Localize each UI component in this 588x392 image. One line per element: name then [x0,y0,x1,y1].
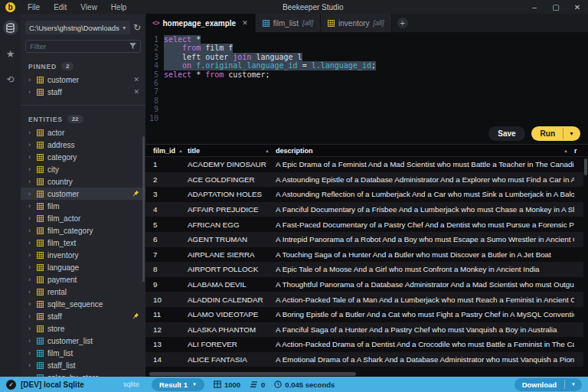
new-tab-button[interactable]: + [397,18,408,28]
sidebar-item-film_category[interactable]: ›film_category [21,224,145,237]
table-row[interactable]: 8AIRPORT POLLOCKA Epic Tale of a Moose A… [145,262,588,277]
vertical-scrollbar[interactable] [583,157,588,371]
sql-editor[interactable]: 1select *2 from film f3 left outer join … [145,32,588,122]
table-row[interactable]: 2ACE GOLDFINGERA Astounding Epistle of a… [145,172,588,188]
sidebar-item-film_list[interactable]: ›film_list [21,347,145,359]
unpin-icon[interactable]: ✕ [133,88,139,96]
chevron-right-icon[interactable]: › [28,325,33,332]
table-row[interactable]: 1ACADEMY DINOSAURA Epic Drama of a Femin… [145,157,588,172]
column-header-film-id[interactable]: film_id ▲ [145,147,188,155]
table-grid-icon [37,154,44,161]
chevron-right-icon[interactable]: › [28,374,33,377]
sidebar-item-rental[interactable]: ›rental [21,286,145,298]
sidebar-item-language[interactable]: ›language [21,261,145,273]
maximize-button[interactable]: ▢ [545,2,567,13]
chevron-right-icon[interactable]: › [28,251,33,259]
table-row[interactable]: 12ALASKA PHANTOMA Fanciful Saga of a Hun… [145,322,588,338]
table-row[interactable]: 4AFFAIR PREJUDICEA Fanciful Documentary … [145,202,588,217]
chevron-right-icon[interactable]: › [28,227,33,234]
horizontal-scrollbar-thumb[interactable] [149,372,356,376]
download-button[interactable]: Download ▼ [514,378,582,391]
chevron-right-icon[interactable]: › [28,337,33,345]
close-button[interactable]: ✕ [567,2,588,13]
table-row[interactable]: 14ALICE FANTASIAA Emotional Drama of a A… [145,352,588,368]
sidebar-item-film_actor[interactable]: ›film_actor [21,212,145,224]
chevron-right-icon[interactable]: › [28,214,33,222]
sidebar-item-customer[interactable]: ›customer [21,188,145,200]
table-row[interactable]: 10ALADDIN CALENDARA Action-Packed Tale o… [145,292,588,307]
sidebar-item-sales_by_store[interactable]: ›sales_by_store [21,371,145,377]
chevron-right-icon[interactable]: › [28,202,33,210]
menu-view[interactable]: View [74,2,103,13]
horizontal-scrollbar[interactable] [145,371,588,377]
menu-edit[interactable]: Edit [47,2,73,13]
menu-file[interactable]: File [21,2,46,13]
sidebar-item-staff_list[interactable]: ›staff_list [21,359,145,371]
tab-homepage_example[interactable]: <>homepage_example✕ [145,14,256,32]
table-row[interactable]: 9ALABAMA DEVILA Thoughtful Panorama of a… [145,277,588,292]
chevron-right-icon[interactable]: › [28,349,33,357]
vertical-scrollbar-thumb[interactable] [584,158,587,175]
column-header-description[interactable]: description ▲ [276,147,574,155]
chevron-right-icon[interactable]: › [28,276,33,283]
connection-select[interactable]: C:\Users\ghstng\Downloads ▼ [25,21,130,34]
unpin-icon[interactable]: ✕ [133,76,139,83]
chevron-right-icon[interactable]: › [28,361,33,369]
cell-title: AIRPLANE SIERRA [188,250,276,259]
save-button[interactable]: Save [488,126,524,141]
tab-inventory[interactable]: inventory[all] [321,14,392,32]
chevron-right-icon[interactable]: › [28,190,33,198]
sidebar-item-film[interactable]: ›film [21,200,145,212]
entity-label: sqlite_sequence [47,300,103,309]
run-dropdown-caret[interactable]: ▼ [563,128,580,139]
chevron-right-icon[interactable]: › [28,178,33,185]
close-tab-icon[interactable]: ✕ [242,19,248,27]
sidebar-item-staff[interactable]: ›staff [21,310,145,322]
menu-help[interactable]: Help [105,2,133,13]
chevron-right-icon[interactable]: › [28,76,33,83]
database-tab-button[interactable] [3,20,18,35]
column-header-partial[interactable]: r [574,147,588,155]
sidebar-item-category[interactable]: ›category [21,151,145,163]
sidebar-item-city[interactable]: ›city [21,163,145,175]
sidebar-item-country[interactable]: ›country [21,175,145,188]
sidebar-item-inventory[interactable]: ›inventory [21,249,145,261]
sidebar-item-sqlite_sequence[interactable]: ›sqlite_sequence [21,298,145,310]
chevron-right-icon[interactable]: › [28,239,33,247]
chevron-right-icon[interactable]: › [28,300,33,308]
chevron-right-icon[interactable]: › [28,129,33,136]
pinned-item-staff[interactable]: ›staff✕ [21,86,145,98]
chevron-right-icon[interactable]: › [28,88,33,96]
table-row[interactable]: 7AIRPLANE SIERRAA Touching Saga of a Hun… [145,247,588,263]
column-header-title[interactable]: title ▲ [188,147,276,155]
result-selector[interactable]: Result 1 ▼ [152,378,204,391]
sidebar-item-payment[interactable]: ›payment [21,273,145,286]
table-row[interactable]: 5AFRICAN EGGA Fast-Paced Documentary of … [145,217,588,232]
cell-description: A Fanciful Saga of a Hunter And a Pastry… [276,325,574,334]
chevron-right-icon[interactable]: › [28,288,33,296]
chevron-right-icon[interactable]: › [28,165,33,173]
chevron-right-icon[interactable]: › [28,312,33,320]
download-dropdown-caret[interactable]: ▼ [564,380,582,389]
refresh-button[interactable]: ↻ [133,23,141,32]
sidebar-item-store[interactable]: ›store [21,322,145,335]
table-row[interactable]: 6AGENT TRUMANA Intrepid Panorama of a Ro… [145,232,588,247]
filter-input[interactable] [30,42,129,51]
minimize-button[interactable]: – [524,2,545,13]
sidebar-item-customer_list[interactable]: ›customer_list [21,335,145,347]
run-button[interactable]: Run ▼ [531,126,580,141]
table-row[interactable]: 11ALAMO VIDEOTAPEA Boring Epistle of a B… [145,307,588,322]
chevron-right-icon[interactable]: › [28,141,33,149]
sidebar-scrollbar[interactable] [142,136,145,282]
table-row[interactable]: 13ALI FOREVERA Action-Packed Drama of a … [145,337,588,352]
history-button[interactable]: ⟲ [3,72,18,87]
pinned-item-customer[interactable]: ›customer✕ [21,74,145,86]
sidebar-item-address[interactable]: ›address [21,139,145,151]
sidebar-item-actor[interactable]: ›actor [21,126,145,139]
saved-queries-button[interactable]: ★ [3,46,18,61]
tab-film_list[interactable]: film_list[all] [256,14,321,32]
chevron-right-icon[interactable]: › [28,153,33,161]
table-row[interactable]: 3ADAPTATION HOLESA Astounding Reflection… [145,187,588,202]
sidebar-item-film_text[interactable]: ›film_text [21,237,145,249]
chevron-right-icon[interactable]: › [28,263,33,271]
